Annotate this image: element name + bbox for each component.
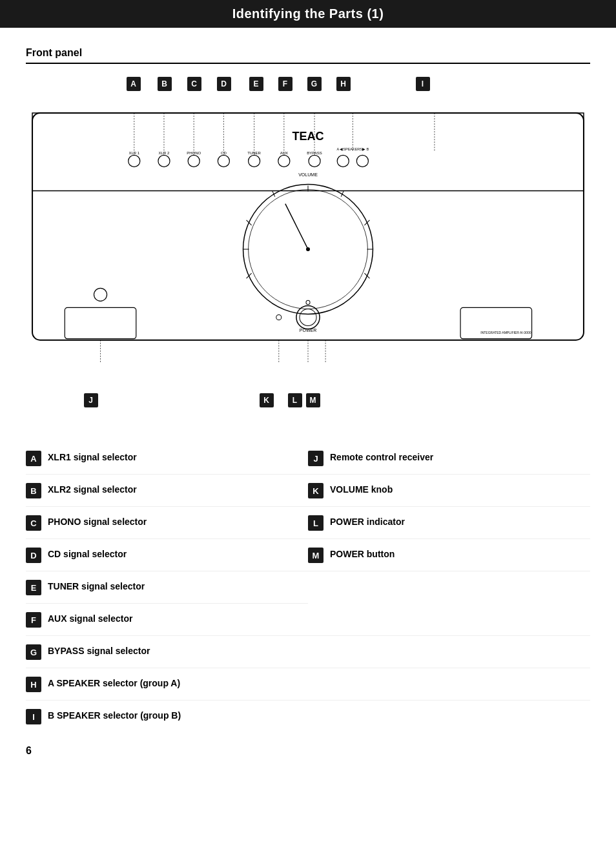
svg-point-14: [278, 155, 290, 167]
part-item-F: F AUX signal selector: [26, 604, 308, 636]
part-item-empty3: [308, 636, 590, 668]
label-K: K: [266, 393, 267, 400]
part-item-G: G BYPASS signal selector: [26, 636, 308, 668]
part-label-K: VOLUME knob: [330, 482, 393, 497]
badge-C: C: [187, 77, 201, 91]
part-item-H: H A SPEAKER selector (group A): [26, 668, 308, 701]
svg-point-19: [356, 155, 368, 167]
part-badge-M: M: [308, 548, 323, 563]
svg-point-6: [158, 155, 170, 167]
page-title: Identifying the Parts (1): [232, 6, 384, 21]
label-C: C: [194, 77, 194, 83]
svg-point-38: [276, 314, 282, 320]
part-label-G: BYPASS signal selector: [48, 644, 150, 658]
label-M: M: [313, 393, 313, 400]
part-badge-B: B: [26, 483, 41, 498]
svg-point-34: [306, 300, 310, 304]
part-label-H: A SPEAKER selector (group A): [48, 676, 180, 690]
part-item-empty4: [308, 668, 590, 701]
part-item-E: E TUNER signal selector: [26, 571, 308, 604]
part-item-J: J Remote control receiver: [308, 442, 590, 475]
top-labels-row: A B C D E: [121, 77, 571, 107]
svg-point-4: [128, 155, 140, 167]
part-item-L: L POWER indicator: [308, 507, 590, 539]
svg-text:TEAC: TEAC: [292, 130, 323, 143]
section-divider: [26, 63, 590, 64]
svg-point-42: [94, 288, 107, 301]
part-item-B: B XLR2 signal selector: [26, 475, 308, 507]
svg-line-24: [285, 204, 308, 249]
svg-point-16: [309, 155, 320, 167]
label-G: G: [314, 77, 314, 83]
label-B: B: [164, 77, 165, 83]
badge-K: K: [260, 393, 274, 407]
badge-L: L: [288, 393, 302, 407]
svg-line-27: [247, 273, 252, 278]
part-item-K: K VOLUME knob: [308, 475, 590, 507]
part-badge-H: H: [26, 677, 41, 692]
part-badge-L: L: [308, 515, 323, 531]
badge-J: J: [84, 393, 98, 407]
svg-point-36: [300, 309, 316, 325]
badge-F: F: [278, 77, 293, 91]
svg-point-10: [218, 155, 229, 167]
label-E: E: [256, 77, 256, 83]
part-label-L: POWER indicator: [330, 515, 405, 529]
part-item-empty: [308, 571, 590, 604]
part-item-M: M POWER button: [308, 539, 590, 571]
label-A: A: [133, 77, 134, 83]
label-D: D: [223, 77, 224, 83]
part-badge-C: C: [26, 515, 41, 531]
part-label-F: AUX signal selector: [48, 611, 133, 626]
parts-list: A XLR1 signal selector J Remote control …: [26, 442, 590, 732]
part-item-empty2: [308, 604, 590, 636]
svg-text:POWER: POWER: [300, 328, 317, 333]
svg-point-18: [337, 155, 349, 167]
part-badge-E: E: [26, 580, 41, 595]
svg-line-25: [247, 220, 252, 225]
part-item-I: I B SPEAKER selector (group B): [26, 701, 308, 732]
part-badge-K: K: [308, 483, 323, 498]
part-badge-D: D: [26, 548, 41, 563]
part-label-B: XLR2 signal selector: [48, 482, 137, 497]
section-title: Front panel: [26, 47, 590, 59]
svg-line-28: [364, 220, 369, 225]
label-J: J: [90, 393, 91, 400]
svg-point-12: [249, 155, 260, 167]
page-number: 6: [26, 745, 590, 757]
part-label-A: XLR1 signal selector: [48, 450, 137, 464]
badge-I: I: [416, 77, 430, 91]
part-badge-J: J: [308, 451, 323, 466]
svg-text:INTEGRATED AMPLIFIER AI-3000: INTEGRATED AMPLIFIER AI-3000: [480, 331, 531, 334]
part-item-D: D CD signal selector: [26, 539, 308, 571]
label-I: I: [422, 77, 423, 83]
svg-line-30: [364, 273, 369, 278]
part-label-M: POWER button: [330, 547, 395, 561]
label-H: H: [343, 77, 344, 83]
part-badge-I: I: [26, 709, 41, 724]
label-L: L: [294, 393, 295, 400]
badge-B: B: [158, 77, 172, 91]
page-header: Identifying the Parts (1): [0, 0, 616, 28]
part-item-C: C PHONO signal selector: [26, 507, 308, 539]
part-label-D: CD signal selector: [48, 547, 127, 561]
label-F: F: [285, 77, 285, 83]
part-label-J: Remote control receiver: [330, 450, 433, 464]
svg-point-8: [188, 155, 200, 167]
badge-H: H: [336, 77, 351, 91]
badge-E: E: [249, 77, 263, 91]
svg-text:VOLUME: VOLUME: [298, 172, 318, 177]
badge-M: M: [306, 393, 320, 407]
part-badge-G: G: [26, 644, 41, 660]
badge-D: D: [217, 77, 231, 91]
amp-diagram: TEAC XLR 1 XLR 2 PHONO CD TUNER AUX BYPA…: [26, 107, 590, 392]
part-label-I: B SPEAKER selector (group B): [48, 708, 181, 723]
bottom-labels-row: J K L M: [26, 393, 590, 423]
part-badge-A: A: [26, 451, 41, 466]
part-item-empty5: [308, 701, 590, 732]
part-badge-F: F: [26, 612, 41, 628]
badge-A: A: [127, 77, 141, 91]
badge-G: G: [307, 77, 322, 91]
part-label-E: TUNER signal selector: [48, 579, 145, 593]
svg-rect-39: [65, 307, 136, 338]
